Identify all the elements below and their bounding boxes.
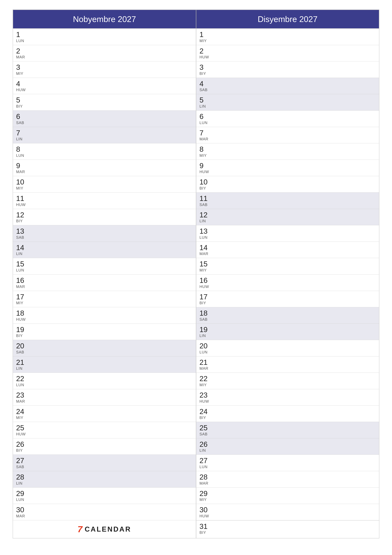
day-name: SAB bbox=[16, 121, 193, 125]
dec-day-cell: 12LIN bbox=[196, 209, 379, 225]
dec-day-cell: 4SAB bbox=[196, 78, 379, 94]
nov-day-cell: 30MAR bbox=[13, 504, 196, 520]
day-number: 2 bbox=[200, 47, 376, 55]
day-number: 16 bbox=[200, 276, 376, 285]
day-name: MIY bbox=[200, 39, 376, 43]
day-row: 15LUN15MIY bbox=[13, 258, 379, 274]
day-name: MIY bbox=[200, 268, 376, 272]
day-number: 12 bbox=[16, 211, 193, 219]
day-number: 25 bbox=[16, 424, 193, 432]
day-number: 29 bbox=[16, 489, 193, 497]
day-name: MAR bbox=[200, 252, 376, 256]
day-row: 4HUW4SAB bbox=[13, 78, 379, 94]
day-name: BIY bbox=[200, 416, 376, 420]
day-name: MIY bbox=[16, 301, 193, 305]
nov-day-cell: 23MAR bbox=[13, 389, 196, 405]
day-name: LIN bbox=[16, 252, 193, 256]
day-name: LIN bbox=[200, 104, 376, 109]
nov-day-cell: 25HUW bbox=[13, 422, 196, 438]
day-name: BIY bbox=[16, 104, 193, 109]
day-name: BIY bbox=[200, 186, 376, 190]
dec-day-cell: 27LUN bbox=[196, 454, 379, 471]
day-number: 16 bbox=[16, 276, 193, 285]
day-name: LIN bbox=[16, 137, 193, 141]
day-name: MAR bbox=[200, 481, 376, 486]
day-name: LUN bbox=[200, 350, 376, 354]
day-number: 1 bbox=[200, 30, 376, 39]
nov-day-cell: 21LIN bbox=[13, 356, 196, 373]
nov-day-cell: 17MIY bbox=[13, 291, 196, 307]
day-number: 10 bbox=[16, 178, 193, 186]
nov-day-cell: 15LUN bbox=[13, 258, 196, 274]
day-number: 11 bbox=[16, 194, 193, 203]
nov-day-cell: 1LUN bbox=[13, 29, 196, 45]
day-name: MAR bbox=[16, 170, 193, 174]
dec-31-cell: 31BIY bbox=[196, 520, 379, 538]
day-number: 4 bbox=[16, 80, 193, 88]
day-name: HUW bbox=[200, 285, 376, 289]
dec-day-cell: 10BIY bbox=[196, 176, 379, 192]
dec-day-cell: 20LUN bbox=[196, 340, 379, 356]
nov-day-cell: 10MIY bbox=[13, 176, 196, 192]
day-name: SAB bbox=[16, 235, 193, 240]
day-name: MIY bbox=[16, 416, 193, 420]
day-row: 7LIN7MAR bbox=[13, 127, 379, 143]
nov-day-cell: 24MIY bbox=[13, 405, 196, 422]
nov-day-cell: 16MAR bbox=[13, 274, 196, 291]
nov-day-cell: 3MIY bbox=[13, 61, 196, 78]
day-row: 29LUN29MIY bbox=[13, 488, 379, 504]
dec-day-cell: 26LIN bbox=[196, 438, 379, 455]
day-number: 7 bbox=[200, 129, 376, 137]
logo-text: CALENDAR bbox=[85, 525, 131, 533]
dec-day-cell: 21MAR bbox=[196, 356, 379, 373]
day-number: 24 bbox=[200, 408, 376, 416]
day-name: LIN bbox=[200, 219, 376, 223]
day-row: 20SAB20LUN bbox=[13, 340, 379, 356]
day-number: 15 bbox=[200, 260, 376, 268]
day-name: LUN bbox=[200, 465, 376, 469]
dec-day-cell: 13LUN bbox=[196, 225, 379, 241]
day-row: 16MAR16HUW bbox=[13, 274, 379, 291]
day-name: SAB bbox=[200, 432, 376, 436]
day-name: SAB bbox=[200, 203, 376, 207]
rows-container: 1LUN1MIY2MAR2HUW3MIY3BIY4HUW4SAB5BIY5LIN… bbox=[13, 29, 379, 520]
december-header: Disyembre 2027 bbox=[196, 10, 379, 29]
dec-day-cell: 2HUW bbox=[196, 45, 379, 61]
day-number: 26 bbox=[200, 440, 376, 448]
nov-day-cell: 18HUW bbox=[13, 307, 196, 323]
day-number: 13 bbox=[16, 227, 193, 235]
day-name: MAR bbox=[16, 55, 193, 59]
nov-day-cell: 5BIY bbox=[13, 94, 196, 110]
nov-day-cell: 19BIY bbox=[13, 323, 196, 340]
day-number: 17 bbox=[16, 293, 193, 301]
day-number: 30 bbox=[200, 506, 376, 514]
day-number: 13 bbox=[200, 227, 376, 235]
day-name: MIY bbox=[200, 153, 376, 158]
logo-icon: 7 bbox=[78, 525, 82, 534]
day-name: LUN bbox=[16, 497, 193, 502]
nov-day-cell: 28LIN bbox=[13, 471, 196, 488]
day-number: 14 bbox=[16, 244, 193, 252]
day-name: HUW bbox=[200, 170, 376, 174]
dec-day-cell: 30HUW bbox=[196, 504, 379, 520]
day-name: BIY bbox=[16, 219, 193, 223]
day-number: 18 bbox=[16, 309, 193, 317]
day-name: MIY bbox=[16, 71, 193, 76]
day-name: MAR bbox=[16, 514, 193, 518]
day-row: 5BIY5LIN bbox=[13, 94, 379, 110]
day-row: 10MIY10BIY bbox=[13, 176, 379, 192]
day-row: 30MAR30HUW bbox=[13, 504, 379, 520]
day-name: SAB bbox=[200, 317, 376, 322]
day-row: 22LUN22MIY bbox=[13, 372, 379, 389]
day-number: 27 bbox=[16, 457, 193, 465]
day-name: LUN bbox=[200, 121, 376, 125]
day-number: 28 bbox=[16, 473, 193, 481]
day-number: 6 bbox=[200, 112, 376, 121]
day-number: 23 bbox=[200, 391, 376, 399]
logo-area: 7 CALENDAR bbox=[13, 520, 196, 538]
day-number: 3 bbox=[200, 63, 376, 71]
dec-day-cell: 17BIY bbox=[196, 291, 379, 307]
day-name: LIN bbox=[200, 334, 376, 338]
day-number: 21 bbox=[200, 358, 376, 366]
day-name: LIN bbox=[16, 366, 193, 371]
